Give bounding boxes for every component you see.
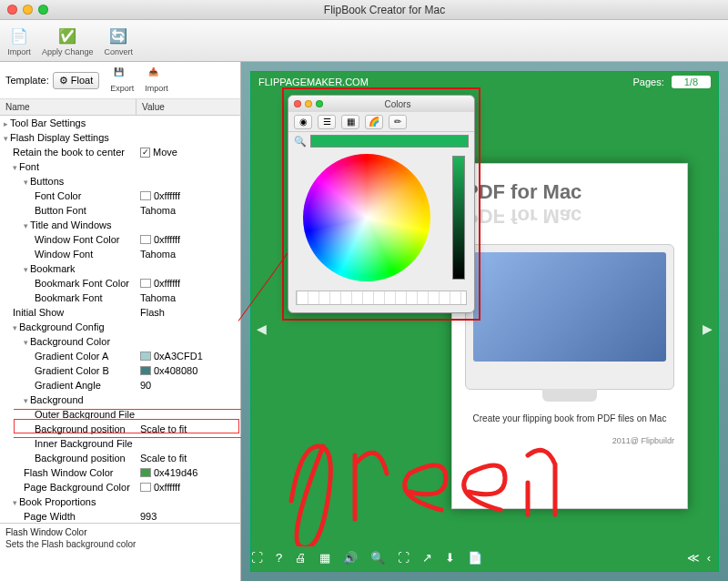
- grad-b-row[interactable]: Gradient Color B: [0, 363, 136, 378]
- desc-body: Sets the Flash background color: [5, 539, 235, 549]
- bookmark-group[interactable]: Bookmark: [0, 261, 136, 277]
- page-width-row[interactable]: Page Width: [0, 509, 136, 523]
- min-dot[interactable]: [23, 5, 33, 15]
- import-icon: 📥: [148, 67, 165, 84]
- spectrum-mode-icon[interactable]: 🌈: [365, 115, 383, 129]
- colorpop-title: Colors: [327, 99, 469, 109]
- download-icon[interactable]: ⬇: [445, 551, 455, 565]
- strike-annotation: [14, 409, 241, 410]
- palette-mode-icon[interactable]: ▦: [341, 115, 359, 129]
- export-button[interactable]: 💾Export: [110, 67, 134, 93]
- sliders-mode-icon[interactable]: ☰: [318, 115, 336, 129]
- bm-font-row[interactable]: Bookmark Font: [0, 290, 136, 305]
- col-name: Name: [0, 99, 136, 115]
- color-wheel[interactable]: [303, 154, 430, 281]
- title-windows-group[interactable]: Title and Windows: [0, 218, 136, 233]
- desc-title: Flash Window Color: [5, 527, 235, 537]
- help-icon[interactable]: ?: [276, 551, 282, 565]
- pages-label: Pages:: [632, 76, 663, 87]
- window-title: FlipBook Creator for Mac: [48, 4, 721, 16]
- imac-illustration: [465, 244, 674, 390]
- grad-angle-row[interactable]: Gradient Angle: [0, 378, 136, 392]
- flash-window-color-row[interactable]: Flash Window Color: [0, 465, 136, 480]
- strike-annotation: [14, 437, 241, 438]
- crayons-mode-icon[interactable]: ✏: [389, 115, 407, 129]
- apply-icon: ✅: [56, 25, 79, 46]
- fullscreen-icon[interactable]: ⛶: [398, 551, 410, 565]
- bm-font-color-row[interactable]: Bookmark Font Color: [0, 276, 136, 290]
- book-prop-group[interactable]: Book Proportions: [0, 494, 136, 510]
- bg-color-group[interactable]: Background Color: [0, 334, 136, 350]
- main-toolbar: 📄Import ✅Apply Change 🔄Convert: [0, 20, 728, 62]
- current-color-swatch[interactable]: [310, 135, 469, 148]
- color-picker-popup[interactable]: Colors ◉ ☰ ▦ 🌈 ✏ 🔍: [288, 95, 475, 313]
- prev-icon[interactable]: ‹: [707, 551, 711, 565]
- color-swatch[interactable]: [140, 366, 151, 375]
- thumbnails-icon[interactable]: ▦: [319, 551, 330, 565]
- color-swatch[interactable]: [140, 279, 151, 288]
- close-dot[interactable]: [7, 5, 17, 15]
- win-font-row[interactable]: Window Font: [0, 247, 136, 261]
- page-caption: Create your flipping book from PDF files…: [465, 413, 674, 423]
- description-panel: Flash Window Color Sets the Flash backgr…: [0, 523, 240, 581]
- bg-pos2-row[interactable]: Background position: [0, 451, 136, 465]
- template-gear-button[interactable]: ⚙ Float: [53, 72, 100, 89]
- first-page-icon[interactable]: ≪: [687, 551, 700, 565]
- template-label: Template:: [5, 75, 49, 86]
- import-template-button[interactable]: 📥Import: [145, 67, 168, 93]
- flash-bottom-bar: ⛶ ? 🖨 ▦ 🔊 🔍 ⛶ ↗ ⬇ 📄 ≪‹: [251, 547, 718, 567]
- zoom-dot[interactable]: [38, 5, 48, 15]
- apply-change-button[interactable]: ✅Apply Change: [42, 25, 94, 56]
- sound-icon[interactable]: 🔊: [343, 551, 358, 565]
- buttons-group[interactable]: Buttons: [0, 174, 136, 189]
- color-swatch[interactable]: [140, 352, 151, 361]
- color-swatch[interactable]: [140, 468, 151, 477]
- save-icon: 💾: [114, 67, 130, 84]
- page-indicator[interactable]: 1/8: [672, 76, 711, 88]
- page-footer: 2011@ Flipbuildr: [465, 436, 674, 445]
- font-group[interactable]: Font: [0, 159, 136, 175]
- print-icon[interactable]: 🖨: [295, 551, 307, 565]
- pdf-icon: 📄: [7, 25, 31, 46]
- magnifier-icon[interactable]: 🔍: [294, 136, 307, 148]
- background-group[interactable]: Background: [0, 392, 136, 408]
- convert-button[interactable]: 🔄Convert: [105, 25, 134, 56]
- bg-pos1-row[interactable]: Background position: [0, 422, 136, 436]
- brightness-slider[interactable]: [452, 156, 465, 280]
- retain-checkbox[interactable]: ✓: [140, 148, 150, 158]
- settings-panel: Template: ⚙ Float 💾Export 📥Import Name V…: [0, 62, 241, 581]
- color-swatch[interactable]: [140, 191, 151, 200]
- retain-row[interactable]: Retain the book to center: [0, 145, 136, 159]
- convert-icon: 🔄: [106, 25, 130, 46]
- site-label: FLIPPAGEMAKER.COM: [258, 76, 369, 87]
- color-strip[interactable]: [296, 290, 467, 305]
- color-swatch[interactable]: [140, 483, 151, 492]
- color-swatch[interactable]: [140, 235, 151, 244]
- page-title: PDF for Mac: [465, 180, 674, 204]
- grad-a-row[interactable]: Gradient Color A: [0, 349, 136, 363]
- page-bg-color-row[interactable]: Page Background Color: [0, 480, 136, 494]
- share-icon[interactable]: ↗: [422, 551, 432, 565]
- bg-config-group[interactable]: Background Config: [0, 320, 136, 335]
- prev-page-button[interactable]: ◀: [257, 321, 267, 336]
- next-page-button[interactable]: ▶: [703, 321, 713, 336]
- flash-display-group[interactable]: Flash Display Settings: [0, 130, 136, 146]
- font-color-row[interactable]: Font Color: [0, 189, 136, 203]
- gear-icon: ⚙: [59, 75, 68, 86]
- doc-icon[interactable]: 📄: [468, 551, 482, 565]
- wheel-mode-icon[interactable]: ◉: [294, 115, 312, 129]
- import-button[interactable]: 📄Import: [7, 25, 31, 56]
- button-font-row[interactable]: Button Font: [0, 203, 136, 218]
- property-tree[interactable]: Tool Bar Settings Flash Display Settings…: [0, 116, 240, 523]
- zoom-icon[interactable]: 🔍: [370, 551, 385, 565]
- fit-icon[interactable]: ⛶: [251, 551, 263, 565]
- win-font-color-row[interactable]: Window Font Color: [0, 232, 136, 247]
- toolbar-settings-group[interactable]: Tool Bar Settings: [0, 116, 136, 131]
- col-value: Value: [136, 99, 170, 115]
- inner-bg-row[interactable]: Inner Background File: [0, 436, 136, 451]
- initial-show-row[interactable]: Initial Show: [0, 305, 136, 320]
